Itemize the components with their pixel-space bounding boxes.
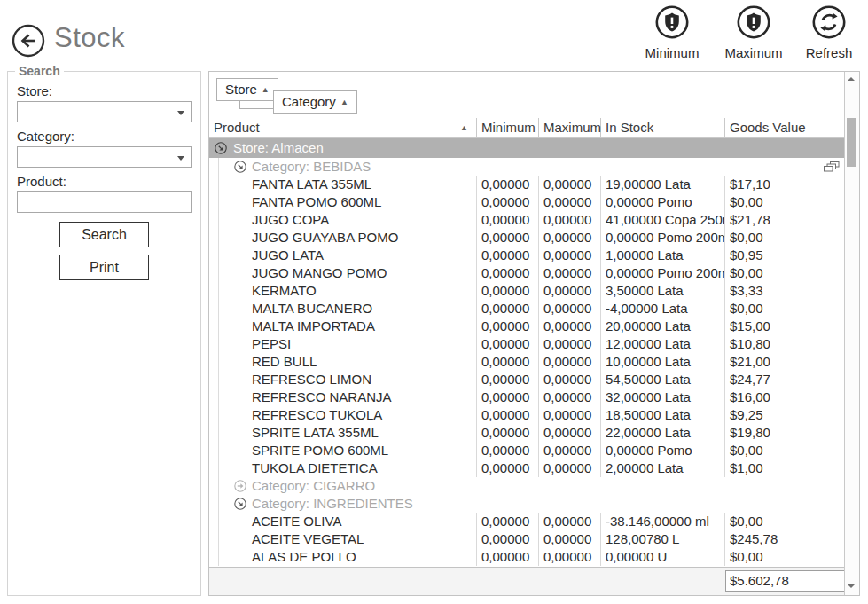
minimum-cell: 0,00000 — [477, 264, 539, 282]
collapse-group-icon[interactable] — [215, 142, 227, 154]
footer-total: $5.602,78 — [725, 570, 845, 592]
product-row[interactable]: MALTA BUCANERO0,000000,00000-4,00000 Lat… — [209, 300, 845, 318]
stacked-pages-icon[interactable] — [824, 161, 840, 173]
maximum-cell: 0,00000 — [539, 371, 601, 388]
product-row[interactable]: SPRITE LATA 355ML0,000000,0000022,00000 … — [209, 424, 845, 442]
goods-value-cell: $0,00 — [725, 548, 845, 566]
product-row[interactable]: JUGO LATA0,000000,000001,00000 Lata$0,95 — [209, 247, 845, 264]
sort-ascending-icon: ▲ — [262, 85, 270, 94]
product-row[interactable]: KERMATO0,000000,000003,50000 Lata$3,33 — [209, 282, 845, 300]
stock-page: Stock Minimum Maximum — [0, 0, 868, 604]
product-row[interactable]: JUGO GUAYABA POMO0,000000,000000,00000 P… — [209, 229, 845, 247]
product-row[interactable]: REFRESCO NARANJA0,000000,0000032,00000 L… — [209, 388, 845, 406]
group-row-store[interactable]: Store: Almacen — [209, 138, 845, 158]
refresh-button[interactable]: Refresh — [786, 4, 868, 60]
goods-value-cell: $1,00 — [725, 459, 845, 477]
category-combobox[interactable] — [17, 146, 192, 168]
minimum-button[interactable]: Minimum — [629, 4, 715, 60]
goods-value-cell: $9,25 — [725, 406, 845, 424]
column-header-maximum[interactable]: Maximum — [539, 118, 601, 137]
goods-value-cell: $3,33 — [725, 282, 845, 300]
column-header-goods-value[interactable]: Goods Value — [725, 118, 845, 137]
group-chip-store[interactable]: Store▲ — [216, 78, 278, 101]
expand-group-icon[interactable] — [234, 480, 246, 492]
product-row[interactable]: FANTA POMO 600ML0,000000,000000,00000 Po… — [209, 193, 845, 211]
in-stock-cell: 3,50000 Lata — [601, 282, 725, 300]
product-row[interactable]: REFRESCO TUKOLA0,000000,0000018,50000 La… — [209, 406, 845, 424]
vertical-scrollbar[interactable] — [844, 72, 859, 595]
column-header-product[interactable]: Product ▲ — [209, 118, 477, 137]
product-row[interactable]: JUGO MANGO POMO0,000000,000000,00000 Pom… — [209, 264, 845, 282]
goods-value-cell: $15,00 — [725, 318, 845, 335]
group-chip-category[interactable]: Category▲ — [273, 90, 357, 114]
search-button[interactable]: Search — [59, 222, 149, 247]
print-button[interactable]: Print — [59, 255, 149, 280]
scroll-down-icon[interactable] — [848, 584, 855, 588]
product-row[interactable]: SPRITE POMO 600ML0,000000,000000,00000 P… — [209, 442, 845, 459]
maximum-cell: 0,00000 — [539, 513, 601, 530]
in-stock-cell: 10,00000 Lata — [601, 353, 725, 371]
in-stock-cell: -38.146,00000 ml — [601, 513, 725, 530]
minimum-cell: 0,00000 — [477, 193, 539, 211]
product-cell: MALTA BUCANERO — [209, 300, 477, 318]
minimum-cell: 0,00000 — [477, 459, 539, 477]
in-stock-cell: 32,00000 Lata — [601, 388, 725, 406]
product-cell: REFRESCO LIMON — [209, 371, 477, 388]
in-stock-cell: 0,00000 U — [601, 548, 725, 566]
product-cell: PEPSI — [209, 335, 477, 353]
product-cell: JUGO LATA — [209, 247, 477, 264]
minimum-cell: 0,00000 — [477, 176, 539, 193]
goods-value-cell: $19,80 — [725, 424, 845, 442]
group-row-label: Category: INGREDIENTES — [252, 496, 413, 511]
goods-value-cell: $16,00 — [725, 388, 845, 406]
in-stock-cell: 128,00780 L — [601, 530, 725, 548]
product-cell: SPRITE POMO 600ML — [209, 442, 477, 459]
dropdown-arrow-icon — [177, 156, 184, 161]
product-row[interactable]: MALTA IMPORTADA0,000000,0000020,00000 La… — [209, 318, 845, 335]
product-cell: REFRESCO TUKOLA — [209, 406, 477, 424]
column-header-minimum[interactable]: Minimum — [477, 118, 539, 137]
product-row[interactable]: JUGO COPA0,000000,0000041,00000 Copa 250… — [209, 211, 845, 229]
product-row[interactable]: RED BULL0,000000,0000010,00000 Lata$21,0… — [209, 353, 845, 371]
maximum-cell: 0,00000 — [539, 264, 601, 282]
maximum-cell: 0,00000 — [539, 530, 601, 548]
product-cell: JUGO MANGO POMO — [209, 264, 477, 282]
column-header-in-stock[interactable]: In Stock — [601, 118, 725, 137]
goods-value-cell: $0,00 — [725, 513, 845, 530]
group-row-category[interactable]: Category: BEBIDAS — [209, 158, 845, 176]
goods-value-cell: $245,78 — [725, 530, 845, 548]
maximum-cell: 0,00000 — [539, 176, 601, 193]
product-row[interactable]: TUKOLA DIETETICA0,000000,000002,00000 La… — [209, 459, 845, 477]
product-row[interactable]: ALAS DE POLLO0,000000,000000,00000 U$0,0… — [209, 548, 845, 566]
product-row[interactable]: PEPSI0,000000,0000012,00000 Lata$10,80 — [209, 335, 845, 353]
collapse-group-icon[interactable] — [234, 498, 246, 510]
product-row[interactable]: FANTA LATA 355ML0,000000,0000019,00000 L… — [209, 176, 845, 193]
grid-header-row: Product ▲ Minimum Maximum In Stock Goods… — [209, 118, 845, 138]
maximum-button[interactable]: Maximum — [711, 4, 796, 60]
goods-value-cell: $0,00 — [725, 229, 845, 247]
in-stock-cell: 19,00000 Lata — [601, 176, 725, 193]
in-stock-cell: 1,00000 Lata — [601, 247, 725, 264]
product-row[interactable]: REFRESCO LIMON0,000000,0000054,50000 Lat… — [209, 371, 845, 388]
group-chip-store-label: Store — [225, 82, 257, 97]
minimum-cell: 0,00000 — [477, 353, 539, 371]
maximum-cell: 0,00000 — [539, 282, 601, 300]
sort-ascending-icon: ▲ — [460, 118, 468, 137]
maximum-cell: 0,00000 — [539, 229, 601, 247]
product-row[interactable]: ACEITE VEGETAL0,000000,00000128,00780 L$… — [209, 530, 845, 548]
scrollbar-thumb[interactable] — [847, 118, 856, 167]
back-button[interactable] — [11, 23, 46, 59]
scroll-up-icon[interactable] — [848, 77, 855, 81]
group-row-category[interactable]: Category: INGREDIENTES — [209, 495, 845, 513]
product-input[interactable] — [17, 191, 192, 213]
minimum-cell: 0,00000 — [477, 424, 539, 442]
group-by-panel: Store▲ Category▲ — [209, 72, 845, 119]
back-arrow-icon — [11, 23, 46, 59]
store-combobox[interactable] — [17, 101, 192, 122]
product-row[interactable]: ACEITE OLIVA0,000000,00000-38.146,00000 … — [209, 513, 845, 530]
minimum-cell: 0,00000 — [477, 406, 539, 424]
collapse-group-icon[interactable] — [234, 161, 246, 173]
maximum-cell: 0,00000 — [539, 353, 601, 371]
group-row-category[interactable]: Category: CIGARRO — [209, 477, 845, 495]
product-cell: SPRITE LATA 355ML — [209, 424, 477, 442]
